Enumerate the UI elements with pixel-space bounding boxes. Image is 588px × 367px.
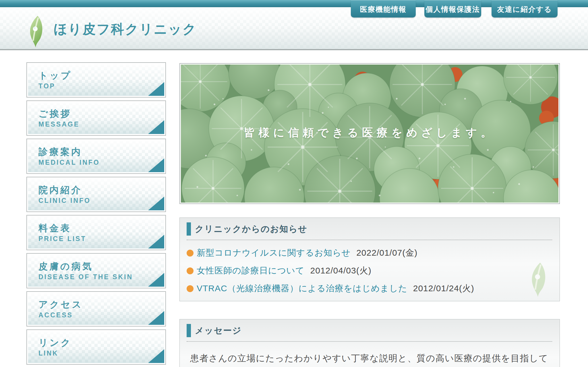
leaf-icon xyxy=(27,15,47,48)
dotted-divider xyxy=(187,240,552,240)
sidebar-item-medical-info[interactable]: 診療案内 MEDICAL INFO xyxy=(26,139,166,174)
news-link[interactable]: VTRAC（光線治療機器）による治療をはじめました xyxy=(197,283,407,294)
news-date: 2012/04/03(火) xyxy=(310,265,372,277)
menu-label-en: LINK xyxy=(38,349,164,357)
hero-image: 皆様に信頼できる医療をめざします。 xyxy=(179,63,560,204)
clinic-name: ほり皮フ科クリニック xyxy=(54,20,197,38)
sidebar-item-price-list[interactable]: 料金表 PRICE LIST xyxy=(26,215,166,250)
corner-arrow-icon xyxy=(148,158,164,172)
dotted-divider xyxy=(187,341,552,342)
corner-arrow-icon xyxy=(148,349,164,363)
news-date: 2012/01/24(火) xyxy=(413,283,474,294)
menu-label-jp: ご挨拶 xyxy=(38,108,164,119)
news-link[interactable]: 女性医師の診療日について xyxy=(197,265,305,277)
sidebar-item-clinic-info[interactable]: 院内紹介 CLINIC INFO xyxy=(26,177,166,212)
corner-arrow-icon xyxy=(148,82,164,96)
menu-label-jp: アクセス xyxy=(38,299,164,310)
message-section-title: メッセージ xyxy=(195,325,242,337)
sidebar-item-skin-disease[interactable]: 皮膚の病気 DISEASE OF THE SKIN xyxy=(26,253,166,288)
corner-arrow-icon xyxy=(148,311,164,325)
sidebar-item-message[interactable]: ご挨拶 MESSAGE xyxy=(26,100,166,136)
corner-arrow-icon xyxy=(148,197,164,210)
news-date: 2022/01/07(金) xyxy=(356,247,417,259)
bullet-icon xyxy=(187,267,194,274)
sidebar-menu: トップ TOP ご挨拶 MESSAGE 診療案内 MEDICAL INFO 院内… xyxy=(26,62,166,367)
menu-label-en: MESSAGE xyxy=(38,121,164,128)
news-link[interactable]: 新型コロナウイルスに関するお知らせ xyxy=(197,247,351,259)
corner-arrow-icon xyxy=(148,120,164,134)
message-section: メッセージ 患者さんの立場にたったわかりやすい丁寧な説明と、質の高い医療の提供を… xyxy=(179,319,560,367)
corner-arrow-icon xyxy=(148,273,164,287)
corner-arrow-icon xyxy=(148,235,164,248)
logo-link[interactable]: ほり皮フ科クリニック xyxy=(27,15,197,48)
bullet-icon xyxy=(187,285,194,292)
news-item: VTRAC（光線治療機器）による治療をはじめました 2012/01/24(火) xyxy=(187,283,552,294)
menu-label-en: MEDICAL INFO xyxy=(38,159,164,166)
menu-label-jp: リンク xyxy=(38,337,164,348)
menu-label-jp: 院内紹介 xyxy=(38,184,164,196)
menu-label-jp: トップ xyxy=(38,70,164,81)
menu-label-en: DISEASE OF THE SKIN xyxy=(38,273,164,281)
news-section-title: クリニックからのお知らせ xyxy=(195,223,307,235)
message-body: 患者さんの立場にたったわかりやすい丁寧な説明と、質の高い医療の提供を目指していき… xyxy=(187,350,552,367)
news-item: 新型コロナウイルスに関するお知らせ 2022/01/07(金) xyxy=(187,247,552,259)
menu-label-jp: 皮膚の病気 xyxy=(38,261,164,272)
top-tab-tell-a-friend[interactable]: 友達に紹介する xyxy=(492,0,558,18)
bullet-icon xyxy=(187,250,194,257)
news-item: 女性医師の診療日について 2012/04/03(火) xyxy=(187,265,552,277)
menu-label-en: PRICE LIST xyxy=(38,235,164,243)
section-bar-icon xyxy=(187,222,191,236)
hero-slogan: 皆様に信頼できる医療をめざします。 xyxy=(180,125,559,140)
page: 医療機能情報 個人情報保護法 友達に紹介する ほり皮フ科クリニック トップ xyxy=(0,0,588,367)
sidebar-item-link[interactable]: リンク LINK xyxy=(26,329,166,365)
leaf-watermark-icon xyxy=(526,262,553,298)
sidebar-item-top[interactable]: トップ TOP xyxy=(26,62,166,98)
sidebar-item-access[interactable]: アクセス ACCESS xyxy=(26,291,166,327)
menu-label-jp: 料金表 xyxy=(38,222,164,234)
news-section: クリニックからのお知らせ 新型コロナウイルスに関するお知らせ 2022/01/0… xyxy=(179,218,560,301)
menu-label-en: ACCESS xyxy=(38,311,164,319)
menu-label-jp: 診療案内 xyxy=(38,146,164,158)
top-tab-medical-function-info[interactable]: 医療機能情報 xyxy=(351,0,416,18)
section-bar-icon xyxy=(187,324,191,337)
menu-label-en: TOP xyxy=(38,82,164,90)
menu-label-en: CLINIC INFO xyxy=(38,197,164,205)
top-tab-privacy-policy[interactable]: 個人情報保護法 xyxy=(424,0,481,18)
news-list: 新型コロナウイルスに関するお知らせ 2022/01/07(金) 女性医師の診療日… xyxy=(187,247,552,294)
